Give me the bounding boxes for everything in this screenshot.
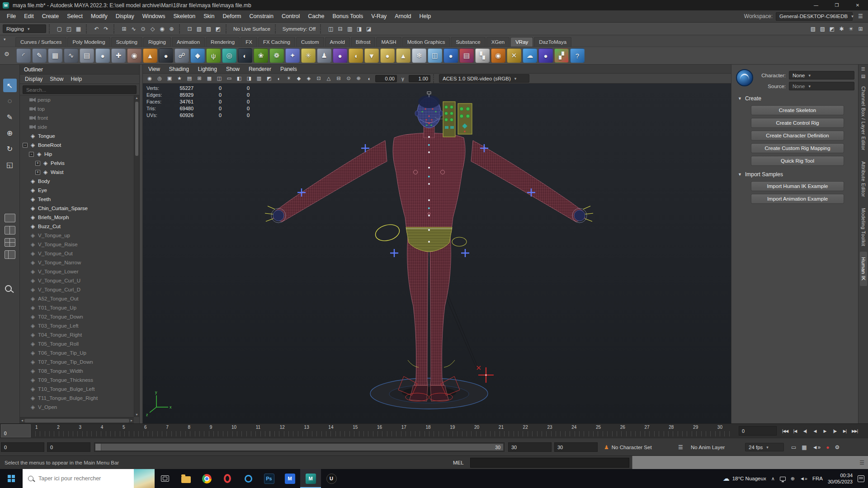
status-icon[interactable]: ◪ [364,24,373,33]
range-slider[interactable]: 0 30 [94,442,505,452]
menu-item[interactable]: Help [415,10,435,22]
hik-action-button[interactable]: Create Custom Rig Mapping [751,143,844,153]
viewport-toolbar-icon[interactable]: ⊡ [314,75,324,83]
outliner-menu-item[interactable]: Display [25,76,42,82]
scroll-right-arrow[interactable]: ▸ [131,418,132,422]
window-control-button[interactable]: ✕ [847,0,868,10]
outliner-item[interactable]: Buzz_Cut [20,222,134,231]
menu-item[interactable]: Modify [87,10,112,22]
collapse-triangle-icon[interactable]: ▼ [738,172,742,177]
status-icon[interactable]: ⊞ [119,24,129,33]
separator[interactable] [49,24,52,33]
outliner-item[interactable]: T03_Tongue_Left [20,321,134,330]
layout-button[interactable] [5,250,15,259]
tool-button[interactable]: ✎ [3,110,17,124]
status-icon[interactable]: ◫ [326,24,335,33]
expander-toggle[interactable]: + [35,161,40,166]
scrollbar-thumb[interactable] [24,419,129,422]
viewport-menu-item[interactable]: View [148,66,160,72]
shelf-tab[interactable]: Rendering [206,37,240,47]
viewport-canvas[interactable]: y x z Verts: 55227 0 0 Edges: 85929 0 [143,84,731,423]
notification-center-icon[interactable] [858,475,864,482]
viewport-toolbar-icon[interactable]: ◎ [155,75,165,83]
shelf-tool-icon[interactable]: ✚ [111,48,126,63]
viewport-menu-item[interactable]: Lighting [198,66,217,72]
status-icon[interactable]: ☀ [846,24,856,33]
outliner-item[interactable]: persp [20,95,134,104]
viewport-toolbar-icon[interactable]: ◫ [214,75,224,83]
shelf-tool-icon[interactable]: ▲ [143,48,157,63]
status-icon[interactable]: ▢ [55,24,64,33]
status-icon[interactable]: ∿ [129,24,138,33]
playback-end-field[interactable]: 30 [508,442,552,452]
shelf-tool-icon[interactable]: ☁ [523,48,537,63]
menu-item[interactable]: Deform [219,10,245,22]
status-icon[interactable]: ▨ [204,24,213,33]
shelf-tool-icon[interactable]: ▚ [475,48,490,63]
no-live-surface-label[interactable]: No Live Surface [231,26,272,32]
viewport-toolbar-icon[interactable]: ◐ [274,75,284,83]
character-dropdown[interactable]: None [789,71,854,80]
viewport-toolbar-icon[interactable]: ▣ [165,75,175,83]
shelf-tool-icon[interactable]: ▤ [459,48,474,63]
shelf-tool-icon[interactable]: ◖ [349,48,363,63]
status-icon[interactable]: ✱ [837,24,846,33]
shelf-tool-icon[interactable]: ▦ [48,48,62,63]
outliner-item[interactable]: T06_Tongue_Tip_Up [20,348,134,357]
hik-action-button[interactable]: Import Animation Example [751,194,844,204]
hik-action-button[interactable]: Create Skeleton [751,105,844,115]
shelf-gear-icon[interactable]: ⚙ [4,51,9,57]
expander-toggle[interactable]: - [29,152,34,157]
character-set-menu[interactable]: ♟ No Character Set [604,438,652,456]
taskbar-app-button[interactable] [217,469,238,488]
hik-action-button[interactable]: Import Human IK Example [751,181,844,191]
status-icon[interactable]: ⊟ [335,24,345,33]
shelf-tool-icon[interactable]: ? [570,48,585,63]
shelf-tab[interactable]: MASH [376,37,401,47]
shelf-tool-icon[interactable]: ◫ [428,48,442,63]
expander-toggle[interactable]: - [23,143,28,148]
status-icon[interactable]: ◩ [213,24,223,33]
sidebar-tab[interactable]: Modeling Toolkit [860,202,867,252]
shelf-tool-icon[interactable]: ▞ [554,48,569,63]
outliner-item[interactable]: Teeth [20,195,134,204]
status-icon[interactable]: ▨ [818,24,827,33]
menu-item[interactable]: Create [38,10,63,22]
status-icon[interactable]: ◰ [64,24,74,33]
shelf-tool-icon[interactable]: ● [538,48,553,63]
animation-end-field[interactable]: 30 [554,442,598,452]
scroll-down-arrow[interactable]: ▼ [134,413,139,416]
viewport-menu-item[interactable]: Panels [280,66,297,72]
timeline-scrub-area[interactable]: 0 12345678910111213141516171819202122232… [0,424,734,438]
shelf-tab[interactable]: Sculpting [111,37,142,47]
shelf-tab[interactable]: Motion Graphics [402,37,450,47]
taskbar-app-button[interactable]: U [321,469,342,488]
viewport-toolbar-icon[interactable]: ☀ [284,75,294,83]
menu-item[interactable]: Edit [20,10,38,22]
outliner-item[interactable]: T02_Tongue_Down [20,312,134,321]
shelf-tool-icon[interactable]: ❄ [412,48,426,63]
playback-button[interactable]: ◀ [810,425,820,436]
outliner-item[interactable]: top [20,104,134,113]
playback-button[interactable]: ▶ [820,425,830,436]
shelf-tab[interactable]: Substance [451,37,485,47]
status-icon[interactable]: ▧ [808,24,818,33]
menu-item[interactable]: Select [63,10,87,22]
create-section-header[interactable]: ▼ Create [738,95,761,102]
playback-button[interactable]: ▶| [840,425,849,436]
shelf-tool-icon[interactable]: ◐ [238,48,252,63]
status-icon[interactable]: ▧ [194,24,204,33]
viewport-menu-item[interactable]: Renderer [249,66,271,72]
expander-toggle[interactable]: + [35,170,40,175]
shelf-tab[interactable]: DazToMaya [534,37,571,47]
range-grip[interactable] [95,444,101,450]
language-indicator[interactable]: FRA [812,476,823,481]
taskbar-app-button[interactable]: M [279,469,300,488]
outliner-item[interactable]: V_Tongue_Raise [20,240,134,249]
shelf-tool-icon[interactable]: ∿ [64,48,78,63]
outliner-item[interactable]: Tongue [20,131,134,141]
viewport-menu-item[interactable]: Shading [169,66,189,72]
floating-control-panels[interactable] [435,102,472,137]
hik-action-button[interactable]: Create Character Definition [751,131,844,141]
outliner-item[interactable]: Briefs_Morph [20,213,134,222]
